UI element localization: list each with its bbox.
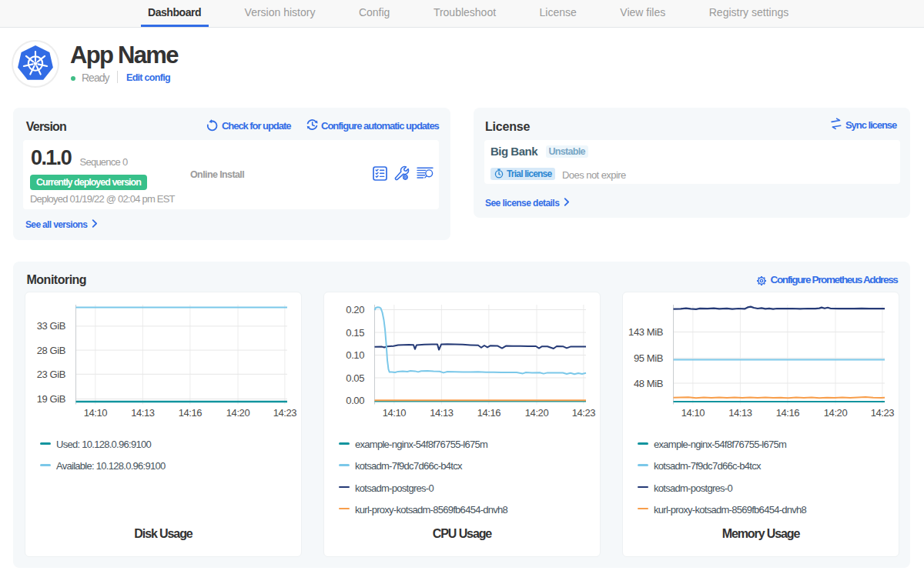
- svg-text:48 MiB: 48 MiB: [634, 378, 663, 389]
- svg-text:143 MiB: 143 MiB: [628, 326, 663, 338]
- svg-text:14:13: 14:13: [131, 407, 155, 419]
- svg-text:14:13: 14:13: [430, 407, 454, 419]
- svg-text:14:20: 14:20: [525, 407, 549, 419]
- svg-text:33 GiB: 33 GiB: [37, 320, 65, 332]
- svg-text:14:16: 14:16: [477, 407, 501, 419]
- svg-text:23 GiB: 23 GiB: [37, 369, 65, 380]
- svg-text:14:10: 14:10: [84, 407, 108, 419]
- svg-text:14:16: 14:16: [179, 407, 203, 419]
- svg-text:14:16: 14:16: [776, 407, 800, 419]
- svg-text:14:23: 14:23: [871, 407, 895, 419]
- svg-text:14:23: 14:23: [273, 407, 297, 419]
- svg-text:14:23: 14:23: [572, 407, 596, 419]
- svg-text:14:20: 14:20: [226, 407, 250, 419]
- svg-text:0.20: 0.20: [346, 304, 364, 315]
- svg-text:28 GiB: 28 GiB: [37, 345, 65, 356]
- svg-text:95 MiB: 95 MiB: [634, 352, 663, 364]
- svg-text:0.05: 0.05: [346, 372, 364, 384]
- svg-text:14:10: 14:10: [383, 407, 407, 419]
- svg-text:14:20: 14:20: [824, 407, 848, 419]
- svg-text:0.00: 0.00: [346, 395, 364, 406]
- svg-text:14:13: 14:13: [728, 407, 752, 419]
- svg-text:0.10: 0.10: [346, 349, 364, 361]
- svg-text:19 GiB: 19 GiB: [37, 393, 65, 405]
- svg-text:0.15: 0.15: [346, 327, 364, 339]
- svg-text:14:10: 14:10: [681, 407, 705, 419]
